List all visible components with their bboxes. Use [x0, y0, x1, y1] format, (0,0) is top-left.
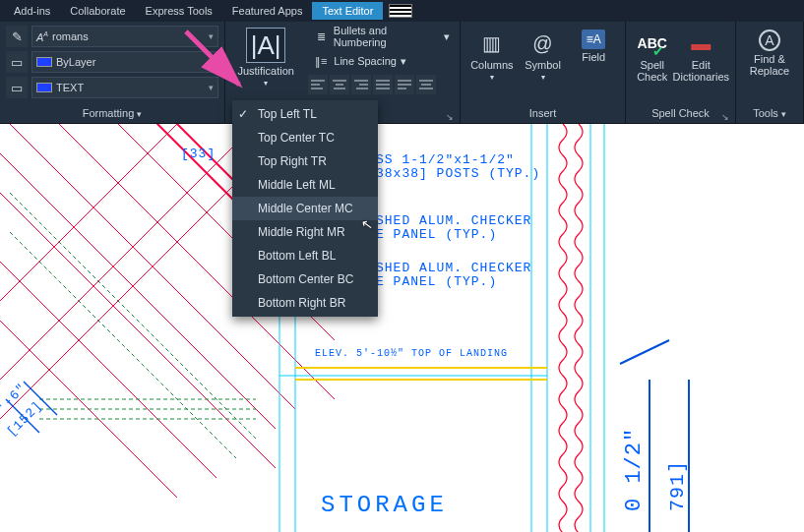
style-name: TEXT: [56, 82, 205, 93]
cad-text-alum3: SHED ALUM. CHECKER: [376, 261, 531, 275]
style-icon[interactable]: ▭: [6, 77, 28, 98]
bullets-icon: ≣: [312, 28, 330, 45]
panel-title-label: Spell Check: [651, 107, 710, 119]
symbol-label: Symbol: [525, 59, 561, 71]
linespacing-button[interactable]: ‖≡ Line Spacing ▾: [308, 50, 454, 72]
spellcheck-button[interactable]: ABC✔ Spell Check: [632, 26, 673, 83]
menu-item-middle-left[interactable]: Middle Left ML: [232, 173, 378, 197]
panel-spellcheck: ABC✔ Spell Check ▬ Edit Dictionaries Spe…: [626, 22, 736, 123]
justification-label: Justification: [237, 65, 293, 77]
cad-text-alum1: SHED ALUM. CHECKER: [376, 213, 531, 228]
menu-item-middle-center[interactable]: Middle Center MC: [232, 197, 378, 220]
svg-line-42: [10, 193, 256, 439]
chevron-down-icon: ▾: [444, 30, 450, 43]
align-left-button[interactable]: [308, 75, 328, 94]
ribbon-tabs: Add-ins Collaborate Express Tools Featur…: [0, 0, 804, 22]
align-center-button[interactable]: [330, 75, 349, 94]
cursor-icon: ↖: [360, 215, 375, 233]
linespacing-icon: ‖≡: [312, 52, 330, 70]
font-combo[interactable]: AA romans ▾: [31, 26, 218, 47]
dictionaries-button[interactable]: ▬ Edit Dictionaries: [673, 26, 729, 83]
chevron-down-icon: ▾: [490, 73, 494, 82]
chevron-down-icon: ▾: [209, 31, 214, 41]
hatch-swatch-icon[interactable]: [389, 4, 412, 18]
chevron-down-icon: ▾: [541, 73, 545, 82]
layer-combo[interactable]: ByLayer ▾: [31, 51, 218, 73]
layer-icon[interactable]: ▭: [6, 51, 28, 73]
menu-item-top-center[interactable]: Top Center TC: [232, 126, 378, 149]
match-icon[interactable]: ✎: [6, 26, 28, 47]
menu-item-bottom-right[interactable]: Bottom Right BR: [232, 291, 378, 315]
menu-item-bottom-center[interactable]: Bottom Center BC: [232, 267, 378, 291]
align-right-button[interactable]: [351, 75, 371, 94]
justification-button[interactable]: |A| Justification ▾: [231, 26, 300, 88]
ribbon: ✎ ▭ ▭ AA romans ▾ ByLayer ▾ TEXT: [0, 22, 804, 124]
justification-menu: ✓Top Left TL Top Center TC Top Right TR …: [232, 100, 378, 317]
menu-item-label: Middle Left ML: [258, 178, 336, 192]
align-distribute-button[interactable]: [395, 75, 414, 94]
tab-text-editor[interactable]: Text Editor: [312, 2, 383, 20]
find-replace-button[interactable]: A Find & Replace: [742, 26, 797, 77]
panel-title-label: Tools: [753, 107, 778, 119]
color-swatch-icon: [36, 57, 52, 67]
chevron-down-icon: ▾: [401, 55, 406, 68]
panel-title-spellcheck: Spell Check↘: [626, 103, 735, 123]
dictionaries-label: Edit Dictionaries: [673, 59, 729, 83]
panel-title-label: Formatting: [83, 107, 135, 119]
bullets-button[interactable]: ≣ Bullets and Numbering ▾: [308, 26, 454, 47]
panel-tools: A Find & Replace Tools▾: [736, 22, 804, 123]
field-icon: ≡A: [582, 30, 605, 49]
cad-text-alum4: E PANEL (TYP.): [376, 274, 497, 289]
cad-text-alum2: E PANEL (TYP.): [376, 227, 497, 242]
align-buttons: [308, 75, 454, 94]
columns-button[interactable]: ▥ Columns ▾: [466, 26, 518, 82]
svg-line-46: [620, 340, 669, 364]
field-button[interactable]: ≡A Field: [568, 26, 619, 63]
menu-item-top-right[interactable]: Top Right TR: [232, 149, 378, 173]
tab-collaborate[interactable]: Collaborate: [60, 2, 135, 20]
svg-line-41: [10, 232, 236, 458]
spellcheck-label: Spell Check: [637, 59, 667, 83]
menu-item-label: Middle Center MC: [258, 202, 353, 215]
panel-formatting: ✎ ▭ ▭ AA romans ▾ ByLayer ▾ TEXT: [0, 22, 225, 123]
panel-title-tools[interactable]: Tools▾: [736, 103, 803, 123]
style-combo[interactable]: TEXT ▾: [31, 77, 218, 98]
panel-title-label: Insert: [529, 107, 557, 119]
columns-label: Columns: [470, 59, 513, 71]
menu-item-label: Top Left TL: [258, 107, 317, 121]
chevron-down-icon: ▾: [209, 57, 214, 67]
menu-item-label: Bottom Center BC: [258, 272, 353, 286]
tab-addins[interactable]: Add-ins: [4, 2, 60, 20]
symbol-icon: @: [529, 30, 557, 57]
chevron-down-icon: ▾: [209, 83, 214, 92]
cad-text-elev: ELEV. 5'-10½" TOP OF LANDING: [315, 348, 508, 359]
menu-item-middle-right[interactable]: Middle Right MR: [232, 220, 378, 244]
panel-title-insert: Insert: [461, 103, 625, 123]
align-justify-button[interactable]: [373, 75, 393, 94]
columns-icon: ▥: [478, 30, 506, 57]
tab-featured-apps[interactable]: Featured Apps: [222, 2, 313, 20]
menu-item-bottom-left[interactable]: Bottom Left BL: [232, 244, 378, 267]
font-icon: AA: [36, 30, 48, 43]
justification-glyph-icon: |A|: [246, 28, 285, 63]
cad-dim-right2: 791]: [666, 460, 689, 511]
panel-title-formatting[interactable]: Formatting▾: [0, 103, 224, 123]
menu-item-top-left[interactable]: ✓Top Left TL: [232, 102, 378, 126]
tab-express-tools[interactable]: Express Tools: [136, 2, 222, 20]
menu-item-label: Middle Right MR: [258, 225, 345, 239]
drawing-canvas[interactable]: [33] SS 1-1/2"x1-1/2" 38x38] POSTS (TYP.…: [0, 124, 804, 532]
panel-insert: ▥ Columns ▾ @ Symbol ▾ ≡A Field Insert: [461, 22, 626, 123]
align-default-button[interactable]: [416, 75, 436, 94]
cad-text-storage: STORAGE: [321, 492, 448, 518]
linespacing-label: Line Spacing: [334, 55, 397, 67]
font-name: romans: [52, 30, 205, 42]
book-icon: ▬: [687, 30, 714, 57]
symbol-button[interactable]: @ Symbol ▾: [518, 26, 569, 82]
find-replace-icon: A: [759, 30, 780, 51]
cad-label-33: [33]: [181, 147, 216, 161]
menu-item-label: Top Right TR: [258, 154, 327, 168]
chevron-down-icon: ▾: [264, 79, 268, 88]
menu-item-label: Bottom Left BL: [258, 249, 336, 263]
chevron-down-icon: ▾: [781, 109, 786, 119]
color-swatch-icon: [36, 83, 52, 92]
